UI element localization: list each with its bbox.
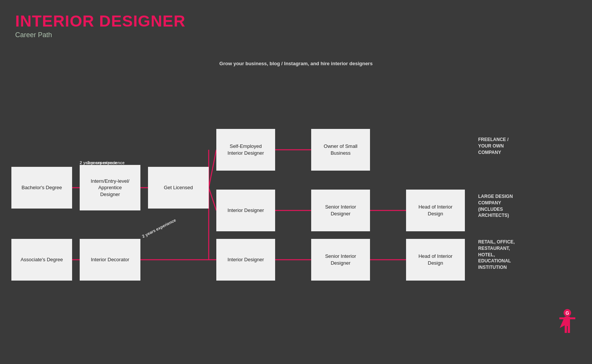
svg-line-2 — [209, 150, 216, 188]
logo-area: G — [554, 307, 581, 337]
exp-label-2yr: 2 years experience — [87, 160, 124, 165]
svg-rect-19 — [568, 326, 570, 333]
side-label-freelance: FREELANCE /YOUR OWNCOMPANY — [478, 136, 539, 155]
header: INTERIOR DESIGNER Career Path — [0, 0, 592, 42]
box-interior-designer-top: Interior Designer — [216, 190, 275, 231]
svg-line-3 — [209, 188, 216, 210]
box-head-top: Head of InteriorDesign — [406, 190, 465, 231]
svg-text:G: G — [565, 311, 569, 316]
exp-label-diagonal: 2 years experience — [141, 218, 176, 238]
side-label-retail: RETAIL, OFFICE,RESTAURANT,HOTEL,EDUCATIO… — [478, 239, 539, 271]
box-self-employed: Self-EmployedInterior Designer — [216, 129, 275, 171]
box-owner-small-biz: Owner of SmallBusiness — [311, 129, 370, 171]
box-senior-top: Senior InteriorDesigner — [311, 190, 370, 231]
svg-rect-18 — [565, 326, 567, 333]
svg-rect-21 — [570, 317, 575, 319]
box-get-licensed: Get Licensed — [148, 167, 209, 209]
side-label-large-design: LARGE DESIGNCOMPANY(INCLUDESARCHITECTS) — [478, 193, 539, 219]
diagram-area: Grow your business, blog / Instagram, an… — [0, 53, 592, 349]
main-title: INTERIOR DESIGNER — [15, 12, 577, 30]
svg-rect-20 — [559, 317, 565, 319]
svg-rect-16 — [565, 317, 570, 326]
sub-title: Career Path — [15, 31, 577, 39]
box-bachelors: Bachelor's Degree — [11, 167, 72, 209]
box-interior-designer-bot: Interior Designer — [216, 239, 275, 281]
box-intern: Intern/Entry-level/ApprenticeDesigner — [80, 165, 140, 210]
box-senior-bot: Senior InteriorDesigner — [311, 239, 370, 281]
box-associates: Associate's Degree — [11, 239, 72, 281]
grow-label: Grow your business, blog / Instagram, an… — [0, 61, 592, 66]
box-decorator: Interior Decorator — [80, 239, 140, 281]
box-head-bot: Head of InteriorDesign — [406, 239, 465, 281]
